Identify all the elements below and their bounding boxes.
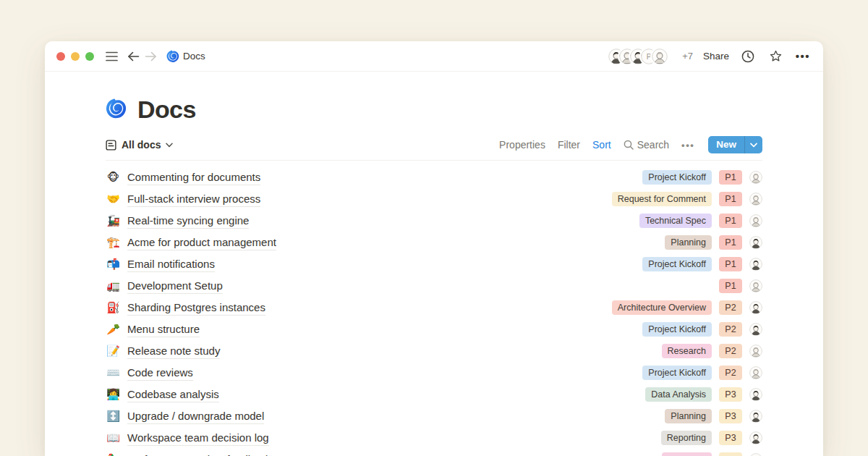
priority-badge[interactable]: P1: [719, 257, 742, 271]
assignee-avatar[interactable]: [749, 345, 762, 358]
doc-type-tag[interactable]: Project Kickoff: [642, 322, 712, 337]
priority-badge[interactable]: P3: [719, 387, 742, 402]
priority-badge[interactable]: P3: [719, 409, 742, 423]
doc-title-link[interactable]: Real-time syncing engine: [127, 214, 249, 229]
assignee-avatar[interactable]: [749, 453, 762, 456]
assignee-avatar[interactable]: [749, 214, 762, 227]
assignee-avatar[interactable]: [749, 323, 762, 336]
doc-title-link[interactable]: Email notifications: [127, 257, 215, 272]
properties-button[interactable]: Properties: [499, 139, 545, 151]
filter-button[interactable]: Filter: [558, 139, 580, 151]
doc-row[interactable]: 🚂 Real-time syncing engine Technical Spe…: [106, 210, 762, 232]
sort-button[interactable]: Sort: [592, 139, 611, 151]
doc-type-tag[interactable]: Architecture Overview: [612, 300, 712, 315]
doc-title-link[interactable]: Development Setup: [127, 279, 223, 294]
history-clock-icon[interactable]: [739, 48, 757, 65]
doc-row[interactable]: 🤝 Full-stack interview process Request f…: [106, 188, 762, 210]
forward-arrow-icon[interactable]: [142, 48, 159, 65]
priority-badge[interactable]: P1: [719, 235, 742, 250]
doc-title-link[interactable]: Commenting for documents: [127, 170, 260, 185]
minimize-window-button[interactable]: [71, 52, 80, 61]
doc-row[interactable]: 📖 Workspace team decision log Reporting …: [106, 427, 762, 449]
doc-type-tag[interactable]: Project Kickoff: [642, 170, 712, 185]
collaborator-avatar[interactable]: [652, 48, 668, 64]
doc-type-tag[interactable]: Research: [662, 452, 712, 456]
doc-type-tag[interactable]: Planning: [665, 235, 712, 250]
priority-badge[interactable]: P3: [719, 452, 742, 456]
new-button-label[interactable]: New: [708, 136, 744, 153]
view-toolbar: Properties Filter Sort Search ••• New: [499, 136, 762, 153]
doc-row[interactable]: 🚛 Development Setup P1: [106, 275, 762, 297]
doc-row[interactable]: ↕️ Upgrade / downgrade model Planning P3: [106, 405, 762, 427]
doc-row[interactable]: 🥕 Menu structure Project Kickoff P2: [106, 318, 762, 340]
priority-badge[interactable]: P1: [719, 279, 742, 293]
doc-title-link[interactable]: Workspace team decision log: [127, 431, 269, 446]
window-more-icon[interactable]: •••: [794, 48, 812, 65]
assignee-avatar[interactable]: [749, 171, 762, 184]
doc-row[interactable]: 🦜 Performance review feedback Research P…: [106, 449, 762, 456]
doc-title-link[interactable]: Acme for product management: [127, 235, 276, 250]
assignee-avatar[interactable]: [749, 388, 762, 401]
doc-title-link[interactable]: Release note study: [127, 344, 220, 359]
priority-badge[interactable]: P2: [719, 344, 742, 358]
priority-badge[interactable]: P2: [719, 300, 742, 315]
share-button[interactable]: Share: [703, 51, 729, 62]
new-button-chevron[interactable]: [744, 136, 762, 153]
doc-row[interactable]: ⌨️ Code reviews Project Kickoff P2: [106, 362, 762, 384]
assignee-avatar[interactable]: [749, 410, 762, 423]
doc-title-link[interactable]: Full-stack interview process: [127, 192, 260, 207]
doc-type-tag[interactable]: Technical Spec: [639, 214, 712, 228]
assignee-avatar[interactable]: [749, 431, 762, 444]
priority-badge[interactable]: P2: [719, 366, 742, 380]
assignee-avatar[interactable]: [749, 301, 762, 314]
search-button[interactable]: Search: [624, 139, 669, 151]
view-switcher-label: All docs: [122, 139, 161, 151]
doc-title-link[interactable]: Sharding Postgres instances: [127, 300, 265, 316]
docs-spiral-logo-large: [106, 97, 128, 122]
priority-badge[interactable]: P1: [719, 214, 742, 228]
back-arrow-icon[interactable]: [124, 48, 142, 65]
close-window-button[interactable]: [56, 52, 65, 61]
doc-title-link[interactable]: Upgrade / downgrade model: [127, 409, 264, 424]
doc-type-tag[interactable]: Project Kickoff: [642, 366, 712, 380]
traffic-lights: [56, 52, 94, 61]
doc-type-tag[interactable]: Data Analysis: [645, 387, 712, 402]
assignee-avatar[interactable]: [749, 236, 762, 249]
favorite-star-icon[interactable]: [767, 48, 784, 65]
assignee-avatar[interactable]: [749, 366, 762, 379]
priority-badge[interactable]: P2: [719, 322, 742, 337]
doc-type-tag[interactable]: Planning: [665, 409, 712, 423]
assignee-avatar[interactable]: [749, 258, 762, 271]
zoom-window-button[interactable]: [85, 52, 94, 61]
topbar-right-cluster: P +7 Share •••: [608, 48, 812, 65]
doc-row[interactable]: 📬 Email notifications Project Kickoff P1: [106, 253, 762, 275]
doc-row[interactable]: 👩‍💻 Codebase analysis Data Analysis P3: [106, 384, 762, 405]
window-topbar: Docs P +7 Share: [45, 41, 823, 72]
doc-type-tag[interactable]: Project Kickoff: [642, 257, 712, 271]
doc-title-link[interactable]: Codebase analysis: [127, 387, 219, 402]
collaborator-avatars[interactable]: P: [608, 48, 668, 64]
doc-row[interactable]: 🏗️ Acme for product management Planning …: [106, 232, 762, 253]
priority-badge[interactable]: P1: [719, 170, 742, 185]
view-switcher[interactable]: All docs: [106, 139, 173, 151]
toolbar-more-icon[interactable]: •••: [681, 140, 694, 151]
building-construction-emoji: 🏗️: [106, 237, 121, 248]
doc-type-tag[interactable]: Request for Comment: [612, 192, 712, 206]
doc-row[interactable]: ⛽ Sharding Postgres instances Architectu…: [106, 297, 762, 318]
doc-type-tag[interactable]: Reporting: [661, 431, 712, 445]
doc-title-link[interactable]: Menu structure: [127, 322, 200, 337]
sidebar-menu-icon[interactable]: [103, 48, 120, 65]
chevron-down-icon: [750, 143, 757, 148]
assignee-avatar[interactable]: [749, 193, 762, 206]
doc-title-link[interactable]: Performance review feedback: [127, 452, 271, 456]
up-down-arrow-emoji: ↕️: [106, 411, 121, 422]
avatar-overflow-count: +7: [682, 51, 693, 62]
doc-row[interactable]: 🐵 Commenting for documents Project Kicko…: [106, 166, 762, 188]
doc-row[interactable]: 📝 Release note study Research P2: [106, 340, 762, 362]
doc-title-link[interactable]: Code reviews: [127, 366, 193, 381]
priority-badge[interactable]: P3: [719, 431, 742, 445]
new-button[interactable]: New: [708, 136, 762, 153]
doc-type-tag[interactable]: Research: [662, 344, 712, 358]
priority-badge[interactable]: P1: [719, 192, 742, 206]
assignee-avatar[interactable]: [749, 279, 762, 292]
